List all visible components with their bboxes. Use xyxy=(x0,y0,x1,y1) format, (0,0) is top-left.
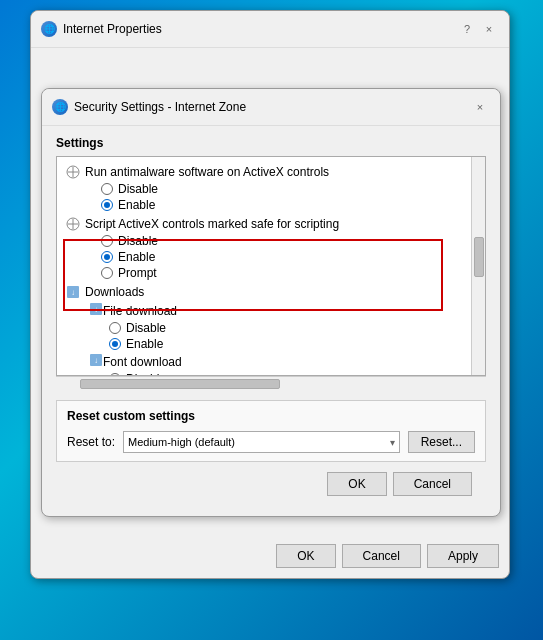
reset-section-title: Reset custom settings xyxy=(67,409,475,423)
antimalware-enable-label: Enable xyxy=(118,198,155,212)
inner-ok-button[interactable]: OK xyxy=(327,472,386,496)
gear-icon-scriptactivex xyxy=(65,216,81,232)
radio-antimalware-enable[interactable] xyxy=(101,199,113,211)
h-scrollbar-thumb[interactable] xyxy=(80,379,280,389)
filedownload-label: File download xyxy=(103,304,177,318)
chevron-down-icon: ▾ xyxy=(390,437,395,448)
dl-icon-fontdownload: ↓ xyxy=(89,353,103,370)
outer-ok-button[interactable]: OK xyxy=(276,544,335,568)
antimalware-disable[interactable]: Disable xyxy=(65,181,481,197)
radio-filedownload-disable[interactable] xyxy=(109,322,121,334)
outer-apply-button[interactable]: Apply xyxy=(427,544,499,568)
scriptactivex-prompt[interactable]: Prompt xyxy=(65,265,481,281)
svg-text:↓: ↓ xyxy=(94,356,98,365)
svg-text:↓: ↓ xyxy=(94,305,98,314)
inner-close-button[interactable]: × xyxy=(470,97,490,117)
outer-cancel-button[interactable]: Cancel xyxy=(342,544,421,568)
scriptactivex-enable[interactable]: Enable xyxy=(65,249,481,265)
category-fontdownload: ↓ Font download xyxy=(65,352,481,371)
inner-window-title: Security Settings - Internet Zone xyxy=(74,100,470,114)
scriptactivex-enable-label: Enable xyxy=(118,250,155,264)
scriptactivex-label: Script ActiveX controls marked safe for … xyxy=(85,217,339,231)
inner-body: Settings Run antimalware software on Act… xyxy=(42,126,500,516)
outer-window: 🌐 Internet Properties ? × 🌐 Security Set… xyxy=(30,10,510,579)
outer-close-button[interactable]: × xyxy=(479,19,499,39)
gear-icon-antimalware xyxy=(65,164,81,180)
inner-title-controls: × xyxy=(470,97,490,117)
filedownload-disable[interactable]: Disable xyxy=(65,320,481,336)
fontdownload-disable[interactable]: Disable xyxy=(65,371,481,375)
antimalware-enable[interactable]: Enable xyxy=(65,197,481,213)
scriptactivex-disable-label: Disable xyxy=(118,234,158,248)
radio-filedownload-enable[interactable] xyxy=(109,338,121,350)
inner-titlebar: 🌐 Security Settings - Internet Zone × xyxy=(42,89,500,126)
reset-button[interactable]: Reset... xyxy=(408,431,475,453)
dl-icon-downloads: ↓ xyxy=(65,284,81,300)
filedownload-enable-label: Enable xyxy=(126,337,163,351)
ie-icon: 🌐 xyxy=(41,21,57,37)
category-antimalware: Run antimalware software on ActiveX cont… xyxy=(65,163,481,181)
outer-titlebar: 🌐 Internet Properties ? × xyxy=(31,11,509,48)
radio-scriptactivex-enable[interactable] xyxy=(101,251,113,263)
dropdown-value: Medium-high (default) xyxy=(128,436,235,448)
scriptactivex-prompt-label: Prompt xyxy=(118,266,157,280)
scriptactivex-disable[interactable]: Disable xyxy=(65,233,481,249)
antimalware-disable-label: Disable xyxy=(118,182,158,196)
radio-scriptactivex-disable[interactable] xyxy=(101,235,113,247)
category-filedownload: ↓ File download xyxy=(65,301,481,320)
radio-scriptactivex-prompt[interactable] xyxy=(101,267,113,279)
antimalware-label: Run antimalware software on ActiveX cont… xyxy=(85,165,329,179)
scrollbar-thumb[interactable] xyxy=(474,237,484,277)
inner-cancel-button[interactable]: Cancel xyxy=(393,472,472,496)
settings-list[interactable]: Run antimalware software on ActiveX cont… xyxy=(56,156,486,376)
category-scriptactivex: Script ActiveX controls marked safe for … xyxy=(65,215,481,233)
filedownload-disable-label: Disable xyxy=(126,321,166,335)
h-scrollbar[interactable] xyxy=(56,376,486,390)
inner-ie-icon: 🌐 xyxy=(52,99,68,115)
radio-fontdownload-disable[interactable] xyxy=(109,373,121,375)
reset-dropdown[interactable]: Medium-high (default) ▾ xyxy=(123,431,400,453)
fontdownload-label: Font download xyxy=(103,355,182,369)
reset-section: Reset custom settings Reset to: Medium-h… xyxy=(56,400,486,462)
downloads-label: Downloads xyxy=(85,285,144,299)
settings-list-inner: Run antimalware software on ActiveX cont… xyxy=(57,157,485,375)
reset-row: Reset to: Medium-high (default) ▾ Reset.… xyxy=(67,431,475,453)
svg-text:↓: ↓ xyxy=(71,288,75,297)
settings-heading: Settings xyxy=(56,136,486,150)
category-downloads: ↓ Downloads xyxy=(65,283,481,301)
scrollbar-track[interactable] xyxy=(471,157,485,375)
radio-antimalware-disable[interactable] xyxy=(101,183,113,195)
fontdownload-disable-label: Disable xyxy=(126,372,166,375)
outer-window-title: Internet Properties xyxy=(63,22,457,36)
reset-to-label: Reset to: xyxy=(67,435,115,449)
filedownload-enable[interactable]: Enable xyxy=(65,336,481,352)
inner-button-row: OK Cancel xyxy=(56,462,486,506)
dl-icon-filedownload: ↓ xyxy=(89,302,103,319)
outer-button-row: OK Cancel Apply xyxy=(31,538,509,578)
outer-title-controls: ? × xyxy=(457,19,499,39)
inner-window: 🌐 Security Settings - Internet Zone × Se… xyxy=(41,88,501,517)
help-button[interactable]: ? xyxy=(457,19,477,39)
